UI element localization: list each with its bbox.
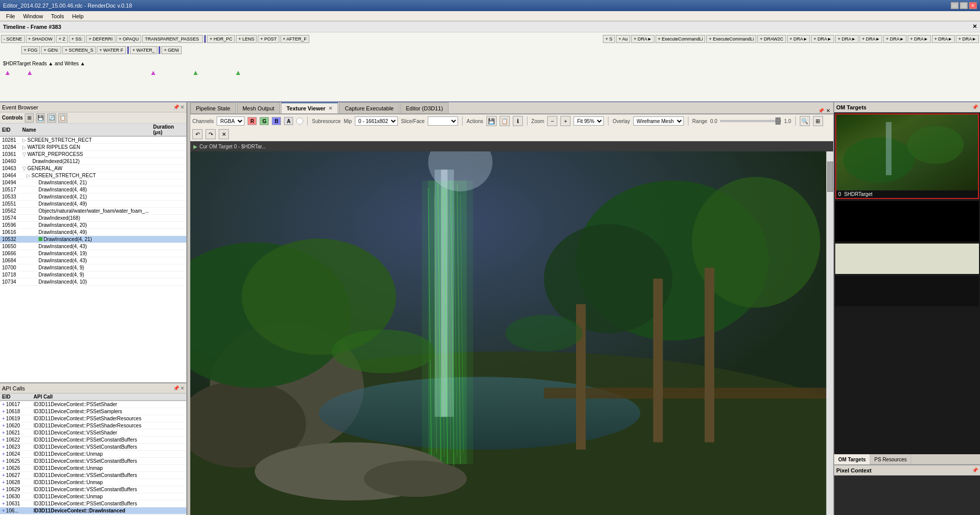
channel-b-btn[interactable]: B bbox=[272, 117, 281, 125]
api-row-10618[interactable]: +10618ID3D11DeviceContext::PSSetSamplers bbox=[0, 408, 186, 415]
tl-item[interactable]: + DRA► bbox=[932, 35, 955, 43]
tl-item[interactable]: + S bbox=[603, 35, 615, 43]
om-target-dark2[interactable] bbox=[835, 276, 979, 306]
texture-display[interactable] bbox=[190, 151, 833, 515]
mip-dropdown[interactable]: 0 - 1661x802 bbox=[355, 116, 398, 126]
api-row-10623[interactable]: +10623ID3D11DeviceContext::VSSetConstant… bbox=[0, 444, 186, 451]
event-row-10551[interactable]: 10551DrawInstanced(4, 49) bbox=[0, 201, 186, 208]
tab-mesh-output[interactable]: Mesh Output bbox=[237, 102, 280, 113]
api-row-10617[interactable]: +10617ID3D11DeviceContext::PSSetShader bbox=[0, 401, 186, 408]
tl-item[interactable]: + DRA► bbox=[811, 35, 834, 43]
ctrl-btn-1[interactable]: ⊞ bbox=[25, 113, 34, 123]
tab-texture-close[interactable]: ✕ bbox=[329, 106, 333, 111]
undo-btn[interactable]: ↶ bbox=[192, 129, 202, 139]
action-save-btn[interactable]: 💾 bbox=[486, 116, 497, 126]
tl-item[interactable]: + DRA► bbox=[883, 35, 907, 43]
api-row-10625[interactable]: +10625ID3D11DeviceContext::VSSetConstant… bbox=[0, 458, 186, 465]
close-button[interactable]: ✕ bbox=[969, 2, 977, 9]
zoom-fit-btn[interactable]: ⊞ bbox=[813, 116, 823, 126]
pixel-context-pin[interactable]: 📌 bbox=[972, 467, 978, 473]
redo-btn[interactable]: ↷ bbox=[206, 129, 216, 139]
event-row-10718[interactable]: 10718DrawInstanced(4, 9) bbox=[0, 271, 186, 279]
event-row-10616[interactable]: 10616DrawInstanced(4, 49) bbox=[0, 229, 186, 236]
event-row-10284[interactable]: 10284▷WATER RIPPLES GEN bbox=[0, 144, 186, 151]
maximize-button[interactable]: □ bbox=[960, 2, 968, 9]
om-target-white[interactable] bbox=[835, 244, 979, 274]
api-row-10619[interactable]: +10619ID3D11DeviceContext::PSSetShaderRe… bbox=[0, 415, 186, 422]
event-row-10532[interactable]: 10532DrawInstanced(4, 21) bbox=[0, 236, 186, 243]
tl-item[interactable]: + SHADOW bbox=[26, 35, 55, 43]
event-row-10700[interactable]: 10700DrawInstanced(4, 9) bbox=[0, 264, 186, 271]
minimize-button[interactable]: ─ bbox=[951, 2, 959, 9]
om-target-0[interactable]: 0 SHDRTarget bbox=[835, 113, 979, 199]
tl-item[interactable]: + DRAW2C bbox=[757, 35, 786, 43]
tl-item[interactable]: + GEN: bbox=[41, 46, 61, 54]
event-row-10596[interactable]: 10596DrawInstanced(4, 20) bbox=[0, 222, 186, 229]
event-row-10574[interactable]: 10574DrawIndexed(168) bbox=[0, 215, 186, 222]
tl-item[interactable]: + OPAQU bbox=[116, 35, 142, 43]
event-browser-close[interactable]: ✕ bbox=[180, 104, 184, 110]
tl-item[interactable]: + DRA► bbox=[908, 35, 931, 43]
api-row-10620[interactable]: +10620ID3D11DeviceContext::PSSetShaderRe… bbox=[0, 422, 186, 429]
api-row-106...[interactable]: +106...ID3D11DeviceContext::DrawInstance… bbox=[0, 507, 186, 514]
zoom-plus-btn[interactable]: + bbox=[560, 116, 570, 126]
menu-file[interactable]: File bbox=[2, 11, 19, 21]
tl-item[interactable]: + DRA► bbox=[631, 35, 655, 43]
tl-item[interactable]: + WATER_ bbox=[130, 46, 157, 54]
api-row-10621[interactable]: +10621ID3D11DeviceContext::VSSetShader bbox=[0, 429, 186, 437]
om-tab-ps-resources[interactable]: PS Resources bbox=[870, 454, 911, 464]
tl-item[interactable]: + ExecuteCommandLi bbox=[706, 35, 756, 43]
tl-scene[interactable]: - SCENE bbox=[1, 35, 25, 43]
range-slider[interactable] bbox=[720, 120, 781, 122]
action-info-btn[interactable]: ℹ bbox=[513, 116, 523, 126]
api-row-10624[interactable]: +10624ID3D11DeviceContext::Unmap bbox=[0, 451, 186, 458]
event-row-10281[interactable]: 10281▷SCREEN_STRETCH_RECT bbox=[0, 136, 186, 144]
event-row-10533[interactable]: 10533DrawInstanced(4, 21) bbox=[0, 193, 186, 201]
om-tab-targets[interactable]: OM Targets bbox=[834, 454, 870, 464]
event-browser-pin[interactable]: 📌 bbox=[173, 104, 179, 110]
om-target-black[interactable] bbox=[835, 201, 979, 242]
tl-transparent[interactable]: TRANSPARENT_PASSES bbox=[142, 35, 203, 43]
api-row-10628[interactable]: +10628ID3D11DeviceContext::Unmap bbox=[0, 479, 186, 486]
api-row-10622[interactable]: +10622ID3D11DeviceContext::PSSetConstant… bbox=[0, 437, 186, 444]
fit-dropdown[interactable]: Fit 95% bbox=[574, 116, 604, 126]
tl-item[interactable]: + SCREEN_S bbox=[62, 46, 96, 54]
tl-item[interactable]: + DRA► bbox=[956, 35, 979, 43]
tl-item[interactable]: + DRA► bbox=[835, 35, 859, 43]
api-calls-pin[interactable]: 📌 bbox=[173, 385, 179, 391]
event-row-10666[interactable]: 10666DrawInstanced(4, 19) bbox=[0, 250, 186, 257]
channels-dropdown[interactable]: RGBA bbox=[217, 116, 244, 126]
tl-item[interactable]: + DEFERRI bbox=[86, 35, 115, 43]
tl-item[interactable]: + SS: bbox=[69, 35, 85, 43]
event-row-10460[interactable]: 10460DrawIndexed(26112) bbox=[0, 158, 186, 165]
tl-item[interactable]: + WATER F bbox=[97, 46, 126, 54]
tl-item[interactable]: + DRA► bbox=[787, 35, 810, 43]
timeline-close[interactable]: ✕ bbox=[972, 23, 977, 30]
api-row-10631[interactable]: +10631ID3D11DeviceContext::PSSetConstant… bbox=[0, 500, 186, 507]
tl-item[interactable]: + FOG bbox=[21, 46, 40, 54]
tl-item[interactable]: + LENS bbox=[236, 35, 257, 43]
slice-dropdown[interactable] bbox=[428, 116, 458, 126]
event-row-10464[interactable]: 10464▷SCREEN_STRETCH_RECT bbox=[0, 172, 186, 179]
channel-a-btn[interactable]: A bbox=[284, 117, 293, 125]
tl-item[interactable]: + POST bbox=[258, 35, 279, 43]
search-icon[interactable]: 🔍 bbox=[800, 116, 810, 126]
om-pin[interactable]: 📌 bbox=[972, 104, 978, 110]
api-row-10627[interactable]: +10627ID3D11DeviceContext::VSSetConstant… bbox=[0, 472, 186, 479]
tab-texture-viewer[interactable]: Texture Viewer ✕ bbox=[281, 102, 338, 113]
zoom-minus-btn[interactable]: − bbox=[547, 116, 557, 126]
tab-pipeline-state[interactable]: Pipeline State bbox=[190, 102, 236, 113]
event-row-10684[interactable]: 10684DrawInstanced(4, 43) bbox=[0, 257, 186, 264]
ctrl-btn-4[interactable]: 📋 bbox=[58, 113, 67, 123]
event-row-10517[interactable]: 10517DrawInstanced(4, 48) bbox=[0, 186, 186, 193]
event-row-10463[interactable]: 10463▽GENERAL_AW bbox=[0, 165, 186, 172]
menu-window[interactable]: Window bbox=[19, 11, 47, 21]
reset-btn[interactable]: ✕ bbox=[219, 129, 229, 139]
menu-help[interactable]: Help bbox=[68, 11, 88, 21]
tl-item[interactable]: + DRA► bbox=[860, 35, 883, 43]
tl-item[interactable]: + ExecuteCommandLi bbox=[656, 35, 706, 43]
menu-tools[interactable]: Tools bbox=[47, 11, 68, 21]
event-row-10734[interactable]: 10734DrawInstanced(4, 10) bbox=[0, 279, 186, 286]
tl-item[interactable]: + GENI bbox=[161, 46, 182, 54]
tl-item[interactable]: + AFTER_F bbox=[280, 35, 309, 43]
